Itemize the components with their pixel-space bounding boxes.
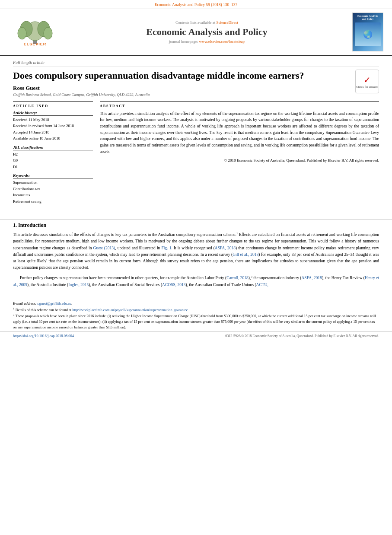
keywords-title: Keywords: <box>13 173 93 178</box>
received-date: Received 11 May 2018 <box>13 117 93 123</box>
carroll-2018-link[interactable]: Carroll, 2018 <box>226 276 249 280</box>
sciencedirect-link[interactable]: ScienceDirect <box>217 20 238 25</box>
footnote-2: 2 These proposals which have been in pla… <box>13 312 379 330</box>
article-history-content: Received 11 May 2018 Received in revised… <box>13 117 93 142</box>
journal-homepage: journal homepage: www.elsevier.com/locat… <box>169 39 245 44</box>
journal-header-center: Contents lists available at ScienceDirec… <box>67 13 346 51</box>
email-label: E-mail address: <box>13 301 36 306</box>
two-column-layout: Article Info Article history: Received 1… <box>13 101 379 208</box>
guest-2013-link[interactable]: Guest (2013) <box>93 246 115 250</box>
keyword-income: Income tax <box>13 192 93 198</box>
article-affiliation: Griffith Business School, Gold Coast Cam… <box>13 92 351 97</box>
jel-section: JEL classification: H2 G0 D1 <box>13 145 93 170</box>
article-info-column: Article Info Article history: Received 1… <box>13 101 93 208</box>
elsevier-logo: ELSEVIER <box>11 17 59 47</box>
article-type: Full length article <box>13 60 379 67</box>
jel-h2: H2 <box>13 152 93 158</box>
article-title: Does compulsory superannuation disadvant… <box>13 70 351 82</box>
journal-logo-area: ELSEVIER <box>7 13 63 51</box>
introduction-text: This article discusses simulations of th… <box>13 231 379 288</box>
keywords-section: Keywords: Superannuation Contributions t… <box>13 173 93 204</box>
check-for-updates-badge: ✓ Check for updates <box>355 70 379 93</box>
article-author: Ross Guest <box>13 85 351 92</box>
bottom-copyright: 0313-5926/© 2018 Economic Society of Aus… <box>225 334 379 338</box>
fig1-link[interactable]: Fig. 1 <box>161 246 171 250</box>
section-divider <box>0 219 392 220</box>
journal-reference: Economic Analysis and Policy 59 (2018) 1… <box>155 3 238 7</box>
copyright-notice: © 2018 Economic Society of Australia, Qu… <box>100 158 379 164</box>
article-history-title: Article history: <box>13 111 93 116</box>
article-info-label: Article Info <box>13 104 93 108</box>
abstract-paragraph: This article provides a simulation analy… <box>100 111 379 155</box>
introduction-header: 1. Introduction <box>13 222 379 229</box>
footnote-email: E-mail address: r.guest@griffith.edu.au. <box>13 301 379 306</box>
contents-label: Contents lists available at <box>175 20 215 25</box>
footnote-1: 1 Details of this scheme can be found at… <box>13 306 379 313</box>
section-title: Introduction <box>18 222 46 228</box>
doi-link[interactable]: https://doi.org/10.1016/j.eap.2018.08.00… <box>13 334 74 338</box>
article-body: Full length article Does compulsory supe… <box>0 56 392 217</box>
cover-title: Economic Analysisand Policy <box>357 15 378 21</box>
keyword-contributions: Contributions tax <box>13 186 93 192</box>
homepage-label: journal homepage: <box>169 39 198 44</box>
footnotes-section: E-mail address: r.guest@griffith.edu.au.… <box>0 298 392 331</box>
journal-cover-area: Economic Analysisand Policy 🌏 <box>351 13 385 51</box>
journal-cover-image: Economic Analysisand Policy 🌏 <box>352 13 383 51</box>
page: Economic Analysis and Policy 59 (2018) 1… <box>0 0 392 535</box>
journal-title: Economic Analysis and Policy <box>146 26 268 38</box>
jel-codes: H2 G0 D1 <box>13 152 93 170</box>
ingles-2015-link[interactable]: Ingles, 2015 <box>68 283 89 287</box>
asfa-2018-link[interactable]: ASFA, 2018 <box>215 246 236 250</box>
cover-illustration: 🌏 <box>355 22 381 46</box>
footnote-1-url[interactable]: http://workplaceinfo.com.au/payroll/supe… <box>72 307 188 312</box>
svg-point-5 <box>44 27 52 39</box>
svg-point-4 <box>18 27 26 39</box>
journal-header: ELSEVIER Contents lists available at Sci… <box>0 9 392 56</box>
asfa-industry-link[interactable]: ASFA, 2018 <box>302 276 322 280</box>
check-updates-label: Check for updates <box>356 85 378 89</box>
keyword-superannuation: Superannuation <box>13 180 93 186</box>
abstract-label: Abstract <box>100 104 379 108</box>
check-updates-icon: ✓ <box>363 75 371 85</box>
accepted-date: Accepted 14 June 2018 <box>13 130 93 136</box>
article-history-section: Article history: Received 11 May 2018 Re… <box>13 111 93 142</box>
intro-paragraph-2: Further policy changes to superannuation… <box>13 274 379 288</box>
keywords-content: Superannuation Contributions tax Income … <box>13 180 93 204</box>
main-content: 1. Introduction This article discusses s… <box>0 222 392 296</box>
section-number: 1. <box>13 222 17 228</box>
keyword-retirement: Retirement saving <box>13 199 93 205</box>
abstract-text: This article provides a simulation analy… <box>100 111 379 164</box>
top-bar: Economic Analysis and Policy 59 (2018) 1… <box>0 0 392 9</box>
svg-text:ELSEVIER: ELSEVIER <box>24 42 47 46</box>
jel-title: JEL classification: <box>13 145 93 150</box>
gill-2018-link[interactable]: Gill et al., 2018 <box>233 252 258 257</box>
actu-link[interactable]: ACTU, <box>256 283 268 287</box>
homepage-url[interactable]: www.elsevier.com/locate/eap <box>199 39 245 44</box>
elsevier-logo-image: ELSEVIER <box>11 17 59 47</box>
intro-paragraph-1: This article discusses simulations of th… <box>13 231 379 271</box>
abstract-column: Abstract This article provides a simulat… <box>100 101 379 208</box>
bottom-bar: https://doi.org/10.1016/j.eap.2018.08.00… <box>0 331 392 340</box>
jel-d1: D1 <box>13 164 93 170</box>
revised-date: Received in revised form 14 June 2018 <box>13 123 93 129</box>
sciencedirect-line: Contents lists available at ScienceDirec… <box>175 20 238 25</box>
elsevier-tree-icon: ELSEVIER <box>13 18 57 46</box>
online-date: Available online 18 June 2018 <box>13 136 93 142</box>
email-link[interactable]: r.guest@griffith.edu.au <box>37 301 71 306</box>
jel-g0: G0 <box>13 158 93 164</box>
acoss-2013-link[interactable]: ACOSS, 2013 <box>162 283 185 287</box>
